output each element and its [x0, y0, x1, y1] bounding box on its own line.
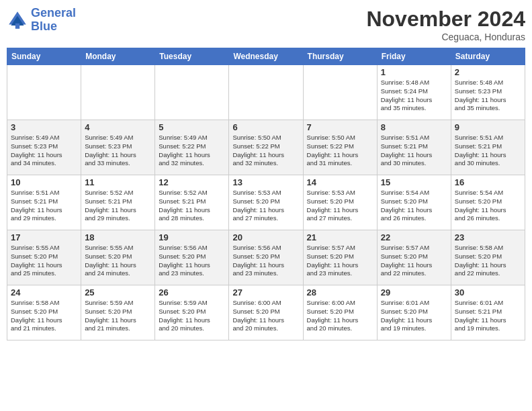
day-number: 13 [232, 177, 299, 187]
day-number: 15 [381, 177, 447, 187]
calendar-week-row: 3Sunrise: 5:49 AM Sunset: 5:23 PM Daylig… [7, 120, 525, 175]
day-info: Sunrise: 5:55 AM Sunset: 5:20 PM Dayligh… [85, 244, 151, 278]
day-number: 5 [159, 122, 225, 132]
day-info: Sunrise: 5:53 AM Sunset: 5:20 PM Dayligh… [307, 189, 373, 223]
day-info: Sunrise: 5:58 AM Sunset: 5:20 PM Dayligh… [11, 299, 77, 333]
calendar-cell: 7Sunrise: 5:50 AM Sunset: 5:22 PM Daylig… [303, 120, 377, 175]
calendar-cell: 14Sunrise: 5:53 AM Sunset: 5:20 PM Dayli… [303, 175, 377, 230]
day-number: 20 [232, 232, 299, 242]
day-info: Sunrise: 5:48 AM Sunset: 5:23 PM Dayligh… [455, 79, 521, 113]
col-header-tuesday: Tuesday [155, 48, 229, 65]
calendar-cell: 30Sunrise: 6:01 AM Sunset: 5:21 PM Dayli… [451, 285, 525, 340]
day-number: 10 [11, 177, 77, 187]
calendar-cell: 9Sunrise: 5:51 AM Sunset: 5:21 PM Daylig… [451, 120, 525, 175]
day-info: Sunrise: 6:01 AM Sunset: 5:21 PM Dayligh… [455, 299, 521, 333]
day-info: Sunrise: 5:50 AM Sunset: 5:22 PM Dayligh… [307, 134, 373, 168]
day-info: Sunrise: 5:51 AM Sunset: 5:21 PM Dayligh… [381, 134, 447, 168]
calendar-cell: 28Sunrise: 6:00 AM Sunset: 5:20 PM Dayli… [303, 285, 377, 340]
day-info: Sunrise: 6:00 AM Sunset: 5:20 PM Dayligh… [307, 299, 373, 333]
day-info: Sunrise: 5:49 AM Sunset: 5:23 PM Dayligh… [11, 134, 77, 168]
day-info: Sunrise: 5:56 AM Sunset: 5:20 PM Dayligh… [232, 244, 299, 278]
calendar-cell: 5Sunrise: 5:49 AM Sunset: 5:22 PM Daylig… [155, 120, 229, 175]
calendar-cell: 4Sunrise: 5:49 AM Sunset: 5:23 PM Daylig… [81, 120, 155, 175]
day-info: Sunrise: 5:56 AM Sunset: 5:20 PM Dayligh… [159, 244, 225, 278]
day-info: Sunrise: 5:50 AM Sunset: 5:22 PM Dayligh… [232, 134, 299, 168]
calendar-week-row: 17Sunrise: 5:55 AM Sunset: 5:20 PM Dayli… [7, 230, 525, 285]
day-number: 23 [455, 232, 521, 242]
calendar-cell: 8Sunrise: 5:51 AM Sunset: 5:21 PM Daylig… [377, 120, 451, 175]
calendar-cell: 1Sunrise: 5:48 AM Sunset: 5:24 PM Daylig… [377, 65, 451, 120]
calendar-cell: 10Sunrise: 5:51 AM Sunset: 5:21 PM Dayli… [7, 175, 81, 230]
day-number: 29 [381, 287, 447, 298]
logo-icon [7, 9, 28, 31]
calendar-cell [81, 65, 155, 120]
calendar-cell: 23Sunrise: 5:58 AM Sunset: 5:20 PM Dayli… [451, 230, 525, 285]
col-header-wednesday: Wednesday [229, 48, 303, 65]
day-info: Sunrise: 5:51 AM Sunset: 5:21 PM Dayligh… [455, 134, 521, 168]
page-header: General Blue November 2024 Ceguaca, Hond… [7, 7, 525, 42]
calendar-cell: 25Sunrise: 5:59 AM Sunset: 5:20 PM Dayli… [81, 285, 155, 340]
title-block: November 2024 Ceguaca, Honduras [366, 7, 525, 42]
calendar-cell: 22Sunrise: 5:57 AM Sunset: 5:20 PM Dayli… [377, 230, 451, 285]
calendar-cell: 2Sunrise: 5:48 AM Sunset: 5:23 PM Daylig… [451, 65, 525, 120]
logo-blue: Blue [31, 19, 57, 33]
col-header-friday: Friday [377, 48, 451, 65]
location-subtitle: Ceguaca, Honduras [366, 32, 525, 42]
calendar-cell: 11Sunrise: 5:52 AM Sunset: 5:21 PM Dayli… [81, 175, 155, 230]
col-header-saturday: Saturday [451, 48, 525, 65]
calendar-cell: 16Sunrise: 5:54 AM Sunset: 5:20 PM Dayli… [451, 175, 525, 230]
day-info: Sunrise: 5:58 AM Sunset: 5:20 PM Dayligh… [455, 244, 521, 278]
calendar-cell [155, 65, 229, 120]
month-title: November 2024 [366, 7, 525, 32]
day-number: 18 [85, 232, 151, 242]
logo-text: General Blue [31, 7, 76, 34]
day-number: 9 [455, 122, 521, 132]
col-header-thursday: Thursday [303, 48, 377, 65]
day-number: 28 [307, 287, 373, 298]
day-number: 26 [159, 287, 225, 298]
day-number: 24 [11, 287, 77, 298]
day-info: Sunrise: 5:49 AM Sunset: 5:22 PM Dayligh… [159, 134, 225, 168]
day-number: 22 [381, 232, 447, 242]
day-info: Sunrise: 5:52 AM Sunset: 5:21 PM Dayligh… [159, 189, 225, 223]
day-info: Sunrise: 5:54 AM Sunset: 5:20 PM Dayligh… [381, 189, 447, 223]
day-number: 17 [11, 232, 77, 242]
logo-general: General [31, 6, 76, 19]
calendar-cell [303, 65, 377, 120]
calendar-cell: 6Sunrise: 5:50 AM Sunset: 5:22 PM Daylig… [229, 120, 303, 175]
day-info: Sunrise: 5:54 AM Sunset: 5:20 PM Dayligh… [455, 189, 521, 223]
day-number: 1 [381, 67, 447, 77]
day-number: 25 [85, 287, 151, 298]
day-number: 27 [232, 287, 299, 298]
day-info: Sunrise: 6:01 AM Sunset: 5:20 PM Dayligh… [381, 299, 447, 333]
day-number: 3 [11, 122, 77, 132]
calendar-cell: 29Sunrise: 6:01 AM Sunset: 5:20 PM Dayli… [377, 285, 451, 340]
day-info: Sunrise: 5:48 AM Sunset: 5:24 PM Dayligh… [381, 79, 447, 113]
calendar-cell: 18Sunrise: 5:55 AM Sunset: 5:20 PM Dayli… [81, 230, 155, 285]
day-info: Sunrise: 5:51 AM Sunset: 5:21 PM Dayligh… [11, 189, 77, 223]
logo: General Blue [7, 7, 76, 34]
day-info: Sunrise: 5:53 AM Sunset: 5:20 PM Dayligh… [232, 189, 299, 223]
day-number: 8 [381, 122, 447, 132]
day-info: Sunrise: 5:57 AM Sunset: 5:20 PM Dayligh… [307, 244, 373, 278]
calendar-cell: 26Sunrise: 5:59 AM Sunset: 5:20 PM Dayli… [155, 285, 229, 340]
calendar-cell: 20Sunrise: 5:56 AM Sunset: 5:20 PM Dayli… [229, 230, 303, 285]
calendar-header-row: SundayMondayTuesdayWednesdayThursdayFrid… [7, 48, 525, 65]
day-number: 14 [307, 177, 373, 187]
calendar-table: SundayMondayTuesdayWednesdayThursdayFrid… [7, 48, 525, 340]
calendar-cell [229, 65, 303, 120]
day-number: 7 [307, 122, 373, 132]
calendar-week-row: 1Sunrise: 5:48 AM Sunset: 5:24 PM Daylig… [7, 65, 525, 120]
calendar-cell: 3Sunrise: 5:49 AM Sunset: 5:23 PM Daylig… [7, 120, 81, 175]
day-number: 19 [159, 232, 225, 242]
calendar-week-row: 10Sunrise: 5:51 AM Sunset: 5:21 PM Dayli… [7, 175, 525, 230]
day-number: 6 [232, 122, 299, 132]
svg-rect-2 [15, 24, 19, 29]
col-header-sunday: Sunday [7, 48, 81, 65]
calendar-cell: 27Sunrise: 6:00 AM Sunset: 5:20 PM Dayli… [229, 285, 303, 340]
day-info: Sunrise: 5:55 AM Sunset: 5:20 PM Dayligh… [11, 244, 77, 278]
calendar-week-row: 24Sunrise: 5:58 AM Sunset: 5:20 PM Dayli… [7, 285, 525, 340]
col-header-monday: Monday [81, 48, 155, 65]
day-number: 16 [455, 177, 521, 187]
day-number: 2 [455, 67, 521, 77]
